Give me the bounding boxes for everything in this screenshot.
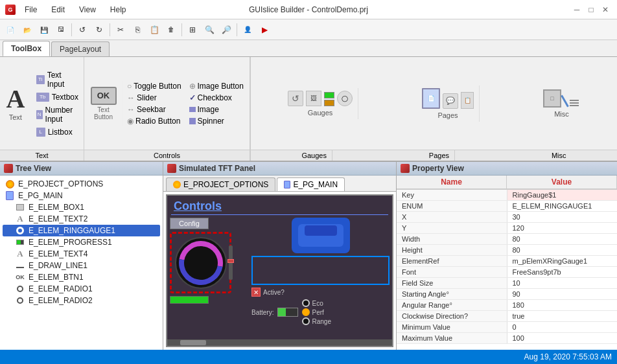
undo-button[interactable] xyxy=(75,22,90,38)
minimize-button[interactable]: ─ xyxy=(570,3,583,16)
tree-item-progress1[interactable]: E_ELEM_PROGRESS1 xyxy=(3,236,160,248)
refresh-gauge-icon[interactable]: ↺ xyxy=(288,91,303,106)
prop-key-value[interactable]: RingGauge$1 xyxy=(507,190,618,200)
number-input-item[interactable]: N Number Input xyxy=(35,105,80,124)
tree-item-radio2[interactable]: E_ELEM_RADIO2 xyxy=(3,295,160,306)
tree-item-ringgauge1[interactable]: E_ELEM_RINGGAUGE1 xyxy=(3,225,160,236)
bullets-icon[interactable] xyxy=(568,98,580,108)
sim-tab-pg-main[interactable]: E_PG_MAIN xyxy=(277,177,345,191)
pg-main-icon xyxy=(5,191,14,200)
controls-list: ○ Toggle Button ⊕ Image Button ↔ Slider … xyxy=(123,78,250,130)
slider-item[interactable]: ↔ Slider xyxy=(127,93,184,102)
toolbox-top: A Text Ti Text Input Tb Textbox N Number… xyxy=(0,57,617,162)
tree-item-radio1[interactable]: E_ELEM_RADIO1 xyxy=(3,283,160,295)
maximize-button[interactable]: □ xyxy=(585,3,598,16)
page2-icon[interactable]: 📋 xyxy=(461,92,474,109)
paste-button[interactable]: 📋 xyxy=(146,22,162,38)
tft-ring-container xyxy=(170,232,231,293)
prop-value-col-header: Value xyxy=(507,176,617,188)
prop-maxvalue-value[interactable]: 100 xyxy=(507,333,618,343)
new-button[interactable] xyxy=(3,22,18,38)
prop-y-value[interactable]: 120 xyxy=(507,223,618,233)
prop-clockwise-value[interactable]: true xyxy=(507,311,618,321)
prop-angularrange-value[interactable]: 180 xyxy=(507,300,618,310)
extra-btn1[interactable]: 🖫 xyxy=(53,22,69,38)
toggle-button-item[interactable]: ○ Toggle Button xyxy=(127,82,184,91)
image-gauge-icon[interactable]: 🖼 xyxy=(306,91,321,106)
box1-icon xyxy=(16,203,25,212)
open-button[interactable] xyxy=(19,22,35,38)
radio-button-item[interactable]: ◉ Radio Button xyxy=(127,117,184,126)
close-button[interactable]: ✕ xyxy=(599,3,612,16)
pg-main-label: E_PG_MAIN xyxy=(18,191,63,200)
ring-gauge-icon[interactable]: ◯ xyxy=(337,91,353,106)
zoom-out-button[interactable]: 🔎 xyxy=(218,22,234,38)
tree-item-drawline1[interactable]: E_DRAW_LINE1 xyxy=(3,260,160,271)
save-button[interactable] xyxy=(36,22,52,38)
prop-minvalue-value[interactable]: 0 xyxy=(507,322,618,332)
cut-button[interactable] xyxy=(113,22,128,38)
spinner-item[interactable]: Spinner xyxy=(189,117,246,126)
tree-item-box1[interactable]: E_ELEM_BOX1 xyxy=(3,201,160,213)
prop-fieldsize-name: Field Size xyxy=(397,278,507,288)
tft-title: Controls xyxy=(167,196,392,214)
menu-file[interactable]: File xyxy=(19,4,42,16)
tft-config-btn[interactable]: Config xyxy=(170,218,209,229)
menu-edit[interactable]: Edit xyxy=(46,4,70,16)
user-btn[interactable]: 👤 xyxy=(240,22,255,38)
run-button[interactable] xyxy=(257,22,272,38)
checkbox-item[interactable]: ✓ Checkbox xyxy=(189,93,246,102)
tree-item-text2[interactable]: A E_ELEM_TEXT2 xyxy=(3,213,160,225)
prop-font-value[interactable]: FreeSans9pt7b xyxy=(507,267,618,277)
menu-view[interactable]: View xyxy=(74,4,101,16)
sim-tab-project-options[interactable]: E_PROJECT_OPTIONS xyxy=(166,177,275,191)
checkbox-label: Checkbox xyxy=(198,93,232,102)
textbox-item[interactable]: Tb Textbox xyxy=(35,92,80,102)
tft-radio-eco[interactable]: Eco xyxy=(302,299,331,307)
radio2-label: E_ELEM_RADIO2 xyxy=(29,296,93,305)
controls-ok-icon[interactable]: OK Text Button xyxy=(84,82,123,126)
number-input-icon: N xyxy=(36,110,43,119)
prop-height-value[interactable]: 80 xyxy=(507,245,618,255)
image-item[interactable]: Image xyxy=(189,105,246,114)
tree-item-pg-main[interactable]: E_PG_MAIN xyxy=(3,190,160,201)
chat-icon[interactable]: 💬 xyxy=(443,93,458,109)
text-big-icon[interactable]: A Text xyxy=(0,57,31,150)
seekbar-item[interactable]: ↔ Seekbar xyxy=(127,105,184,114)
tree-item-btn1[interactable]: OK E_ELEM_BTN1 xyxy=(3,271,160,283)
tft-checkbox[interactable]: ✕ xyxy=(251,288,261,297)
grid-button[interactable] xyxy=(185,22,200,38)
tree-items-list: E_PROJECT_OPTIONS E_PG_MAIN E_ELEM_BOX1 … xyxy=(0,176,163,350)
tft-radio-range[interactable]: Range xyxy=(302,317,331,325)
text-input-item[interactable]: Ti Text Input xyxy=(35,70,80,89)
prop-elementref-name: ElementRef xyxy=(397,256,507,266)
tft-perf-label: Perf xyxy=(312,309,323,316)
prop-enum-value[interactable]: E_ELEM_RINGGAUGE1 xyxy=(507,201,618,211)
image-button-item[interactable]: ⊕ Image Button xyxy=(189,82,246,91)
copy-button[interactable] xyxy=(130,22,145,38)
box-misc-icon[interactable]: □ xyxy=(543,89,561,108)
tft-radio-perf[interactable]: Perf xyxy=(302,308,331,316)
toggle-icon: ○ xyxy=(127,82,132,91)
tft-scrollbar[interactable] xyxy=(167,339,392,346)
progress-gauge-icon[interactable] xyxy=(324,92,334,98)
tree-item-text4[interactable]: A E_ELEM_TEXT4 xyxy=(3,248,160,260)
delete-button[interactable]: 🗑 xyxy=(163,22,179,38)
redo-button[interactable] xyxy=(91,22,107,38)
tab-pagelayout[interactable]: PageLayout xyxy=(51,41,110,56)
prop-width-value[interactable]: 80 xyxy=(507,234,618,244)
tree-item-project-options[interactable]: E_PROJECT_OPTIONS xyxy=(3,178,160,190)
drawline1-icon xyxy=(16,261,25,270)
color-gauge-icon[interactable] xyxy=(324,100,334,106)
listbox-item[interactable]: L Listbox xyxy=(35,127,80,137)
tab-toolbox[interactable]: ToolBox xyxy=(3,41,50,56)
prop-startingangle-value[interactable]: 90 xyxy=(507,289,618,299)
prop-fieldsize-value[interactable]: 10 xyxy=(507,278,618,288)
text2-icon: A xyxy=(16,214,25,223)
prop-x-value[interactable]: 30 xyxy=(507,212,618,222)
zoom-in-button[interactable]: 🔍 xyxy=(202,22,217,38)
pencil-misc-icon[interactable] xyxy=(561,95,569,107)
menu-help[interactable]: Help xyxy=(105,4,132,16)
page-icon[interactable]: 📄 xyxy=(422,88,440,109)
prop-elementref-value[interactable]: m_pElemXRingGauge1 xyxy=(507,256,618,266)
